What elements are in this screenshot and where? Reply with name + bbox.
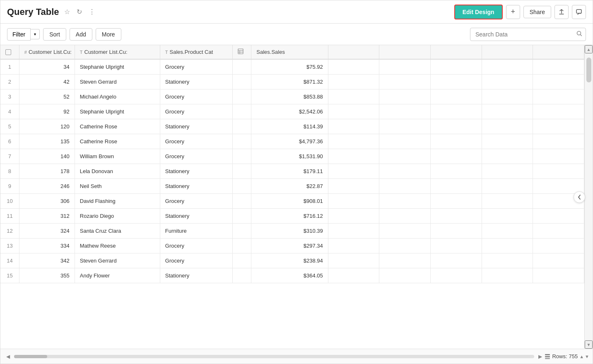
rows-count: 755 (569, 353, 578, 359)
extra-cell-1 (328, 164, 379, 179)
th-icon-col[interactable] (232, 45, 251, 59)
table-header-row: # Customer List.Cu: T Customer List.Cu: (0, 45, 584, 59)
scroll-right-arrow[interactable]: ▶ (536, 353, 545, 360)
scroll-thumb[interactable] (586, 58, 591, 82)
customer-id-cell: 334 (19, 239, 75, 253)
horizontal-scroll-track[interactable] (14, 355, 534, 358)
scroll-up-arrow[interactable]: ▲ (585, 45, 593, 53)
row-number-cell: 6 (0, 134, 19, 149)
table-row: 2 42 Steven Gerrard Stationery $871.32 (0, 75, 584, 89)
extra-cell-4 (482, 119, 533, 134)
extra-cell-4 (482, 253, 533, 268)
extra-cell-4 (482, 239, 533, 253)
extra-cell-5 (533, 119, 584, 134)
search-input[interactable] (470, 28, 586, 41)
th-sales-label: Sales.Sales (256, 49, 285, 55)
rows-increase-button[interactable]: ▼ (585, 354, 589, 359)
more-options-icon[interactable]: ⋮ (87, 6, 97, 17)
th-customer-id[interactable]: # Customer List.Cu: (19, 45, 75, 59)
row-number-cell: 1 (0, 59, 19, 75)
sales-cell: $2,542.06 (251, 104, 328, 119)
add-icon-button[interactable]: + (506, 5, 520, 19)
extra-cell-1 (328, 134, 379, 149)
table-row: 10 306 David Flashing Grocery $908.01 (0, 194, 584, 209)
comment-button[interactable] (572, 5, 586, 19)
refresh-icon[interactable]: ↻ (75, 6, 84, 17)
header-right: Edit Design + Share (454, 5, 586, 19)
row-number-cell: 3 (0, 89, 19, 104)
extra-cell-2 (379, 164, 431, 179)
scroll-left-arrow[interactable]: ◀ (4, 353, 12, 360)
row-number-cell: 8 (0, 164, 19, 179)
extra-cell-4 (482, 224, 533, 239)
horizontal-scroll-thumb[interactable] (14, 355, 47, 358)
footer: ◀ ▶ Rows: 755 ▲ ▼ (0, 349, 593, 364)
th-sales[interactable]: Sales.Sales (251, 45, 328, 59)
th-extra4 (482, 45, 533, 59)
extra-cell-3 (431, 253, 482, 268)
product-cat-cell: Stationery (160, 209, 232, 224)
extra-cell-1 (328, 224, 379, 239)
more-button[interactable]: More (96, 28, 121, 41)
right-scrollbar[interactable]: ▲ ▼ (584, 45, 593, 349)
th-customer-name[interactable]: T Customer List.Cu: (75, 45, 160, 59)
sales-cell: $716.12 (251, 209, 328, 224)
rows-info: Rows: 755 ▲ ▼ (545, 353, 589, 359)
header-left: Query Table ☆ ↻ ⋮ (7, 6, 97, 17)
table-row: 1 34 Stephanie Ulpright Grocery $75.92 (0, 59, 584, 75)
th-product-cat[interactable]: T Sales.Product Cat (160, 45, 232, 59)
search-container (470, 28, 586, 41)
sort-button[interactable]: Sort (43, 28, 66, 41)
horizontal-scroll[interactable]: ◀ ▶ (4, 353, 545, 360)
sales-cell: $179.11 (251, 164, 328, 179)
customer-id-cell: 92 (19, 104, 75, 119)
extra-cell-1 (328, 119, 379, 134)
th-checkbox[interactable] (0, 45, 19, 59)
collapse-panel-button[interactable] (574, 191, 585, 203)
extra-cell-3 (431, 194, 482, 209)
upload-button[interactable] (554, 5, 569, 19)
extra-cell-5 (533, 59, 584, 75)
row-number-cell: 9 (0, 179, 19, 194)
table-scroll[interactable]: # Customer List.Cu: T Customer List.Cu: (0, 45, 584, 349)
icon-col-cell (232, 134, 251, 149)
svg-rect-8 (545, 358, 550, 359)
sales-cell: $297.34 (251, 239, 328, 253)
extra-cell-1 (328, 268, 379, 283)
rows-decrease-button[interactable]: ▲ (579, 354, 584, 359)
scroll-down-arrow[interactable]: ▼ (585, 340, 593, 349)
extra-cell-4 (482, 104, 533, 119)
extra-cell-3 (431, 134, 482, 149)
customer-name-cell: Rozario Diego (75, 209, 160, 224)
extra-cell-2 (379, 268, 431, 283)
sales-cell: $310.39 (251, 224, 328, 239)
extra-cell-2 (379, 149, 431, 164)
rows-icon (545, 354, 550, 359)
svg-rect-6 (545, 354, 550, 355)
table-row: 4 92 Stephanie Ulpright Grocery $2,542.0… (0, 104, 584, 119)
customer-id-cell: 324 (19, 224, 75, 239)
extra-cell-3 (431, 239, 482, 253)
filter-dropdown-arrow[interactable]: ▾ (31, 29, 40, 39)
table-row: 6 135 Catherine Rose Grocery $4,797.36 (0, 134, 584, 149)
extra-cell-1 (328, 253, 379, 268)
row-number-cell: 10 (0, 194, 19, 209)
sales-cell: $75.92 (251, 59, 328, 75)
extra-cell-4 (482, 268, 533, 283)
edit-design-button[interactable]: Edit Design (454, 5, 503, 19)
product-cat-cell: Grocery (160, 194, 232, 209)
sales-cell: $1,531.90 (251, 149, 328, 164)
favorite-icon[interactable]: ☆ (63, 6, 72, 17)
extra-cell-5 (533, 149, 584, 164)
share-button[interactable]: Share (523, 6, 551, 18)
customer-id-cell: 355 (19, 268, 75, 283)
icon-col-cell (232, 179, 251, 194)
add-button[interactable]: Add (70, 28, 92, 41)
rows-label: Rows: (552, 353, 567, 359)
scroll-track[interactable] (585, 53, 593, 340)
select-all-checkbox[interactable] (5, 49, 11, 55)
th-product-cat-label: Sales.Product Cat (170, 49, 213, 55)
filter-button[interactable]: Filter (7, 28, 31, 41)
product-cat-cell: Stationery (160, 75, 232, 89)
product-cat-cell: Stationery (160, 268, 232, 283)
